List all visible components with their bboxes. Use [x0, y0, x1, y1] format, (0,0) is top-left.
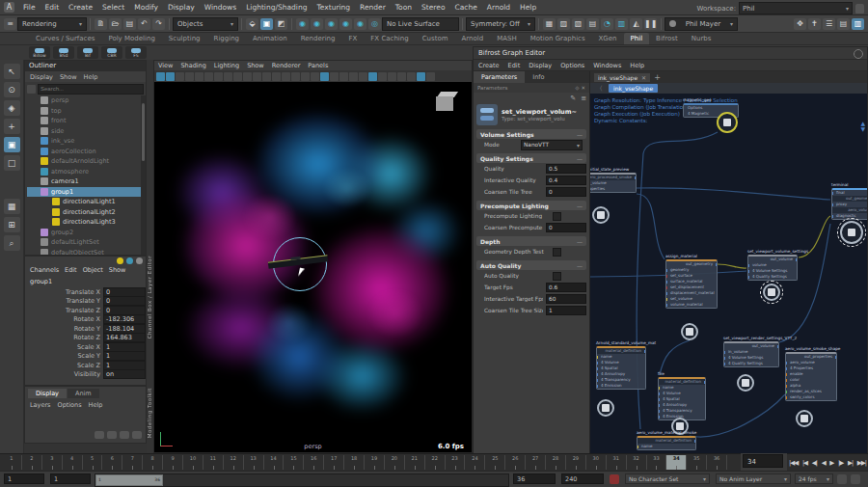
bifrost-menu-display[interactable]: Display — [529, 62, 552, 69]
port-diagnostic[interactable] — [832, 215, 833, 218]
port-volume-material[interactable] — [666, 304, 667, 307]
go-to-end-icon[interactable]: ▶▶| — [857, 459, 866, 467]
bifrost-menu-edit[interactable]: Edit — [508, 62, 521, 69]
timeline-frame-7[interactable]: 7 — [122, 455, 143, 470]
shelf-item-bif[interactable]: Bif — [77, 46, 98, 59]
port-render-as-slices[interactable] — [786, 391, 787, 393]
outliner-item-directionallight1[interactable]: directionalLight1 — [27, 197, 146, 207]
new-scene-icon[interactable]: 🗎 — [95, 18, 107, 30]
camera-attributes-icon[interactable] — [176, 72, 184, 81]
menu-lighting-shading[interactable]: Lighting/Shading — [241, 3, 312, 12]
shelf-tab-custom[interactable]: Custom — [416, 33, 455, 44]
lights-icon[interactable] — [339, 72, 348, 81]
outliner-item-defaultarnoldlight[interactable]: defaultArnoldLight — [27, 156, 146, 167]
graph-node-arnold-standard-volume-mat[interactable]: Arnold_standard_volume_matmaterial_defin… — [596, 340, 646, 390]
outliner-menu-display[interactable]: Display — [30, 73, 53, 81]
node-icon-assign-material[interactable] — [681, 323, 698, 340]
node-icon-magnetic-geo[interactable] — [717, 112, 738, 133]
outliner-item-group2[interactable]: group2 — [27, 228, 146, 238]
param-select[interactable]: NanoVTT▾ — [521, 140, 583, 150]
shelf-tab-curves-surfaces[interactable]: Curves / Surfaces — [29, 33, 101, 44]
bifrost-tab-info[interactable]: Info — [525, 71, 552, 83]
range-slider-track[interactable]: 1 36 — [95, 473, 509, 487]
outliner-menu-show[interactable]: Show — [60, 73, 77, 81]
shelf-item-bsd[interactable]: BSd — [53, 46, 74, 59]
param-value-field[interactable]: 60 — [546, 294, 586, 304]
channel-value-field[interactable]: 1 — [103, 351, 146, 361]
go-to-start-icon[interactable]: |◀◀ — [789, 459, 798, 467]
grid-icon[interactable] — [224, 72, 232, 81]
select-camera-icon[interactable] — [156, 72, 165, 81]
node-icon-aero-volume-smoke-shape[interactable] — [796, 410, 813, 427]
graph-node-aero-initial-state-preview[interactable]: aero_initial_state_previewaero_processed… — [590, 167, 637, 193]
port-out-properties[interactable] — [835, 356, 836, 359]
close-tab-icon[interactable]: ✕ — [641, 74, 646, 81]
multisample-icon[interactable] — [378, 72, 387, 81]
shelf-tab-animation[interactable]: Animation — [246, 33, 294, 44]
snap-curve-icon[interactable]: ◉ — [311, 18, 323, 30]
move-layer-up-icon[interactable] — [120, 431, 129, 439]
port-material-definition[interactable] — [694, 440, 695, 443]
viewport-menu-view[interactable]: View — [158, 62, 173, 69]
shelf-item-billow[interactable]: Billow — [29, 46, 50, 59]
bifrost-menu-options[interactable]: Options — [560, 62, 584, 69]
timeline-frame-31[interactable]: 31 — [607, 455, 627, 470]
timeline-frame-28[interactable]: 28 — [546, 455, 566, 470]
timeline-frame-12[interactable]: 12 — [224, 455, 244, 470]
node-icon-set-viewport-render-settings-vtt-2[interactable] — [737, 374, 754, 392]
view-cube[interactable] — [433, 92, 458, 113]
port-4-spatial[interactable] — [659, 398, 660, 401]
port-volume[interactable] — [748, 264, 749, 267]
new-layer-selected-icon[interactable] — [107, 431, 117, 439]
snap-view-plane-icon[interactable]: ◉ — [354, 18, 366, 30]
select-hierarchy-icon[interactable]: ⬙ — [246, 18, 258, 30]
layout-single-icon[interactable]: ▦ — [4, 199, 20, 214]
outliner-item-persp[interactable]: persp — [27, 95, 146, 106]
outliner-item-camera1[interactable]: camera1 — [27, 176, 146, 187]
viewport-menu-lighting[interactable]: Lighting — [214, 62, 239, 69]
shadows-icon[interactable] — [349, 72, 358, 81]
timeline-frame-10[interactable]: 10 — [183, 455, 203, 470]
section-header-depth[interactable]: Depth— — [476, 236, 586, 246]
character-set-selector[interactable]: No Character Set▾ — [625, 473, 710, 484]
port-out-volume[interactable] — [777, 345, 778, 348]
outliner-item-top[interactable]: top — [27, 106, 146, 117]
outliner-item-group1[interactable]: group1 — [27, 187, 146, 198]
timeline-frame-24[interactable]: 24 — [465, 455, 485, 470]
set-key-icon[interactable] — [610, 474, 619, 484]
time-slider[interactable]: 1234567891011121314151617181920212223242… — [0, 453, 741, 471]
timeline-frame-4[interactable]: 4 — [63, 455, 83, 470]
step-back-frame-icon[interactable]: |◀ — [802, 459, 807, 467]
bifrost-tab-parameters[interactable]: Parameters — [474, 71, 525, 83]
port-out-volume[interactable] — [796, 258, 797, 261]
safe-action-icon[interactable] — [272, 72, 281, 81]
shaded-icon[interactable] — [320, 72, 329, 81]
outliner-item-front[interactable]: front — [27, 116, 146, 126]
arnold-render-icon[interactable]: ◭ — [630, 18, 642, 30]
shelf-tab-poly-modeling[interactable]: Poly Modeling — [101, 33, 161, 44]
pin-pane-icon[interactable]: ⟐ — [575, 85, 579, 91]
playback-end-field[interactable]: 36 — [513, 473, 556, 484]
range-slider-handle[interactable]: 1 36 — [95, 474, 163, 486]
play-forwards-icon[interactable]: ▶ — [829, 459, 833, 467]
manipulator-icon[interactable] — [117, 257, 123, 264]
outliner-item-directionallight2[interactable]: directionalLight2 — [27, 207, 146, 218]
param-value-field[interactable]: 0.6 — [546, 283, 586, 292]
animation-end-field[interactable]: 240 — [561, 473, 604, 484]
shelf-tab-sculpting[interactable]: Sculpting — [162, 33, 207, 44]
port-out-geometry[interactable] — [716, 263, 717, 266]
port-4-properties[interactable] — [786, 367, 787, 370]
outliner-filter-icon[interactable] — [27, 85, 36, 94]
tab-channel-box-layer-editor[interactable]: Channel Box / Layer Editor — [147, 256, 152, 338]
timeline-frame-3[interactable]: 3 — [42, 455, 63, 470]
node-icon-aero-initial-state-preview[interactable] — [592, 206, 610, 224]
layer-menu-options[interactable]: Options — [58, 401, 82, 409]
timeline-frame-25[interactable]: 25 — [485, 455, 505, 470]
lock-camera-icon[interactable] — [166, 72, 175, 81]
menu-render[interactable]: Render — [355, 3, 391, 12]
timeline-frame-5[interactable]: 5 — [83, 455, 103, 470]
move-tool[interactable]: + — [4, 119, 20, 134]
port-4-volume-settings[interactable] — [748, 270, 749, 273]
channel-box-menu-channels[interactable]: Channels — [30, 266, 59, 274]
port-swirly-colors[interactable] — [786, 396, 787, 399]
